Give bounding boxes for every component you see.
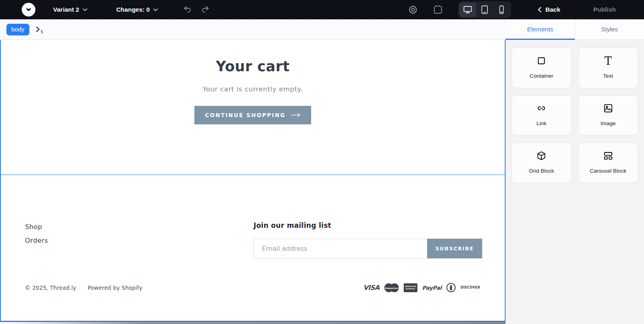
- footer-legal: © 2025, Thread.ly Powered by Shopify: [25, 285, 142, 291]
- right-sidebar: Elements Styles Container T Tex: [506, 19, 644, 324]
- back-button[interactable]: Back: [538, 6, 560, 13]
- element-card-text[interactable]: T Text: [578, 47, 638, 88]
- changes-dropdown[interactable]: Changes: 0: [116, 6, 158, 13]
- variant-dropdown-label: Variant 2: [53, 6, 79, 13]
- device-mobile-button[interactable]: [493, 2, 510, 17]
- marquee-select-button[interactable]: [433, 5, 443, 14]
- copyright-text: © 2025, Thread.ly: [25, 285, 76, 291]
- chevron-down-icon: [153, 8, 158, 11]
- footer-link-orders[interactable]: Orders: [25, 237, 48, 244]
- element-library: Container T Text: [506, 40, 644, 191]
- element-card-label: Text: [603, 72, 613, 80]
- element-card-label: Grid Block: [529, 167, 554, 175]
- carousel-block-icon: [603, 150, 613, 161]
- redo-icon: [200, 5, 210, 14]
- arrow-right-icon: [291, 113, 301, 118]
- element-card-label: Image: [601, 120, 616, 128]
- undo-button[interactable]: [183, 5, 192, 14]
- element-card-carousel-block[interactable]: Carousel Block: [578, 142, 638, 183]
- cart-section[interactable]: Your cart Your cart is currently empty. …: [1, 40, 505, 174]
- element-card-label: Carousel Block: [590, 167, 626, 175]
- preview-target-button[interactable]: [408, 5, 418, 14]
- newsletter-block: Join our mailing list SUBSCRIBE: [254, 221, 482, 258]
- cart-empty-message: Your cart is currently empty.: [203, 85, 303, 93]
- container-icon: [536, 55, 547, 66]
- element-card-image[interactable]: Image: [578, 95, 638, 136]
- tablet-icon: [480, 5, 489, 14]
- publish-button[interactable]: Publish: [593, 6, 616, 13]
- bird-logo-icon: [24, 5, 33, 14]
- grid-block-icon: [536, 150, 547, 161]
- variant-dropdown[interactable]: Variant 2: [53, 6, 87, 13]
- link-icon: [536, 103, 547, 114]
- top-toolbar: Variant 2 Changes: 0: [0, 0, 644, 19]
- discover-icon: DISCOVER: [460, 286, 480, 289]
- sidebar-tabs: Elements Styles: [506, 19, 644, 40]
- continue-shopping-label: CONTINUE SHOPPING: [205, 112, 285, 118]
- device-preview-toggle: [458, 1, 511, 18]
- marquee-selection-icon: [433, 5, 443, 14]
- chevron-down-icon: [83, 8, 87, 11]
- desktop-icon: [463, 5, 473, 14]
- mobile-icon: [497, 5, 506, 14]
- breadcrumb-count: 5: [41, 30, 43, 34]
- undo-icon: [183, 5, 192, 14]
- element-card-label: Container: [530, 72, 553, 80]
- diners-club-icon: [446, 283, 456, 292]
- powered-by-link[interactable]: Powered by Shopify: [87, 285, 142, 291]
- redo-button[interactable]: [200, 5, 210, 14]
- device-desktop-button[interactable]: [459, 2, 476, 17]
- text-icon: T: [605, 55, 612, 66]
- element-card-link[interactable]: Link: [512, 95, 572, 136]
- builder-app: Variant 2 Changes: 0: [0, 0, 644, 324]
- cart-title: Your cart: [216, 58, 289, 74]
- element-card-label: Link: [537, 120, 547, 128]
- footer-section[interactable]: Shop Orders Join our mailing list SUBSCR…: [1, 175, 505, 321]
- footer-link-shop[interactable]: Shop: [25, 223, 48, 231]
- mastercard-icon: MasterCard: [384, 283, 399, 292]
- back-button-label: Back: [545, 6, 560, 13]
- app-logo[interactable]: [22, 3, 35, 17]
- amex-icon: AMERICAN EXPRESS: [404, 283, 417, 292]
- newsletter-title: Join our mailing list: [254, 221, 482, 229]
- continue-shopping-button[interactable]: CONTINUE SHOPPING: [194, 106, 311, 124]
- tab-elements[interactable]: Elements: [506, 19, 575, 39]
- email-input[interactable]: [254, 239, 427, 258]
- element-card-grid-block[interactable]: Grid Block: [512, 142, 572, 183]
- subscribe-button[interactable]: SUBSCRIBE: [427, 239, 482, 258]
- paypal-icon: PayPal: [422, 285, 442, 291]
- breadcrumb: body 5: [0, 19, 506, 40]
- tab-styles[interactable]: Styles: [575, 19, 644, 39]
- chevron-left-icon: [538, 7, 541, 12]
- footer-nav: Shop Orders: [25, 223, 48, 250]
- store-preview-canvas[interactable]: Your cart Your cart is currently empty. …: [0, 40, 506, 322]
- breadcrumb-body-chip[interactable]: body: [6, 24, 29, 35]
- device-tablet-button[interactable]: [476, 2, 493, 17]
- chevron-right-icon: [36, 27, 40, 32]
- changes-dropdown-label: Changes: 0: [116, 6, 150, 13]
- element-card-container[interactable]: Container: [512, 47, 572, 88]
- canvas-column: body 5 Your cart Your cart is currently …: [0, 19, 506, 324]
- image-icon: [603, 103, 613, 114]
- payment-methods: VISA MasterCard AMERICAN EXPRESS PayPal …: [363, 283, 480, 292]
- target-icon: [408, 5, 418, 14]
- visa-icon: VISA: [363, 284, 379, 291]
